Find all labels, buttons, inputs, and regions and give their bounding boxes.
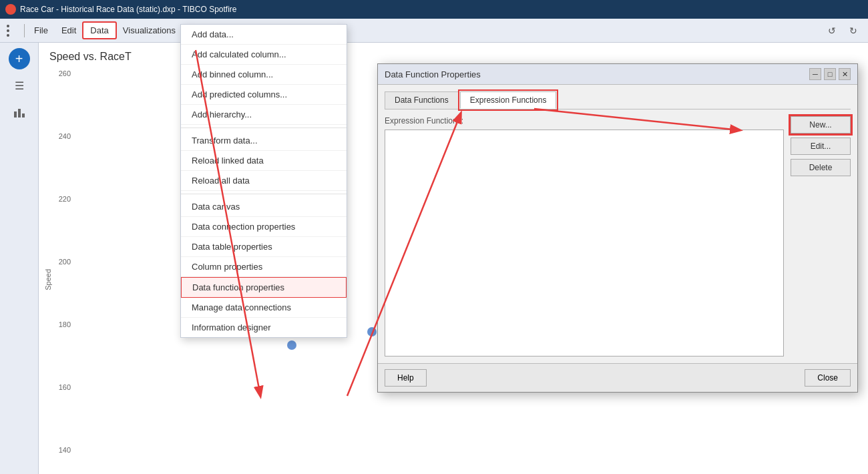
menu-dots-icon[interactable] [5,22,19,39]
dropdown-sep-1 [181,128,347,128]
svg-rect-0 [14,111,17,117]
dropdown-data-table-props[interactable]: Data table properties [181,237,347,257]
window-title: Race Car - Historical Race Data (static)… [20,5,237,14]
left-sidebar: + ☰ [0,43,39,474]
y-label-180: 180 [59,320,71,328]
help-button[interactable]: Help [385,369,427,387]
y-axis: 260 240 220 200 180 160 140 [44,69,71,454]
dialog-titlebar: Data Function Properties ─ □ ✕ [378,64,857,85]
dialog-body: Data Functions Expression Functions Expr… [378,85,857,363]
tab-expression-functions[interactable]: Expression Functions [460,91,557,109]
dropdown-data-canvas[interactable]: Data canvas [181,197,347,217]
menu-edit[interactable]: Edit [55,23,83,38]
dropdown-data-conn-props[interactable]: Data connection properties [181,217,347,237]
y-axis-title: Speed [44,269,52,290]
scatter-dot [367,327,377,336]
dropdown-data-fn-props[interactable]: Data function properties [181,277,347,298]
y-label-240: 240 [59,132,71,140]
sidebar-list-icon[interactable]: ☰ [9,75,30,96]
dropdown-column-props[interactable]: Column properties [181,257,347,277]
menu-visualizations[interactable]: Visualizations [116,23,182,38]
dropdown-sep-2 [181,194,347,194]
dialog-content: Expression Functions: New... Edit... Del… [385,116,851,357]
scatter-dot [287,340,296,350]
dropdown-transform-data[interactable]: Transform data... [181,131,347,151]
menu-file[interactable]: File [27,23,55,38]
undo-button[interactable]: ↺ [823,21,841,40]
close-button[interactable]: Close [805,369,851,387]
dialog-footer: Help Close [378,363,857,392]
dialog-close-button[interactable]: ✕ [839,68,851,80]
dropdown-add-binned-col[interactable]: Add binned column... [181,65,347,85]
dropdown-info-designer[interactable]: Information designer [181,318,347,337]
svg-rect-1 [18,109,21,117]
dialog-minimize-button[interactable]: ─ [809,68,821,80]
dropdown-manage-data-conn[interactable]: Manage data connections [181,298,347,318]
data-function-properties-dialog: Data Function Properties ─ □ ✕ Data Func… [377,63,858,393]
dropdown-reload-all[interactable]: Reload all data [181,171,347,191]
dropdown-add-hierarchy[interactable]: Add hierarchy... [181,105,347,125]
menu-data[interactable]: Data [83,22,116,39]
dialog-action-buttons: New... Edit... Delete [791,116,851,357]
dialog-tabs: Data Functions Expression Functions [385,91,851,109]
toolbar-right: ↺ ↻ [823,21,863,40]
section-label: Expression Functions: [385,116,784,126]
y-label-260: 260 [59,69,71,77]
dialog-maximize-button[interactable]: □ [824,68,836,80]
add-panel-button[interactable]: + [9,48,30,69]
y-label-200: 200 [59,258,71,266]
dropdown-add-calc-col[interactable]: Add calculated column... [181,45,347,65]
edit-button[interactable]: Edit... [791,138,851,155]
y-label-220: 220 [59,195,71,203]
chart-title: Speed vs. RaceT [39,43,868,65]
dropdown-add-predicted[interactable]: Add predicted columns... [181,85,347,105]
dialog-window-controls: ─ □ ✕ [809,68,851,80]
delete-button[interactable]: Delete [791,159,851,176]
menu-divider-1 [24,24,25,37]
tab-data-functions[interactable]: Data Functions [385,91,459,109]
redo-button[interactable]: ↻ [844,21,863,40]
svg-rect-2 [22,113,25,117]
data-dropdown-menu: Add data... Add calculated column... Add… [180,24,347,338]
dropdown-reload-linked[interactable]: Reload linked data [181,151,347,171]
dialog-title: Data Function Properties [385,69,481,79]
app-icon [5,4,16,15]
dropdown-add-data[interactable]: Add data... [181,25,347,45]
expression-functions-list-area: Expression Functions: [385,116,784,357]
new-button[interactable]: New... [791,116,851,134]
title-bar: Race Car - Historical Race Data (static)… [0,0,868,19]
y-label-160: 160 [59,383,71,391]
menu-bar: File Edit Data Visualizations View Tools… [0,19,868,43]
y-label-140: 140 [59,446,71,454]
expression-functions-listbox[interactable] [385,130,784,357]
sidebar-chart-icon[interactable] [9,101,30,123]
